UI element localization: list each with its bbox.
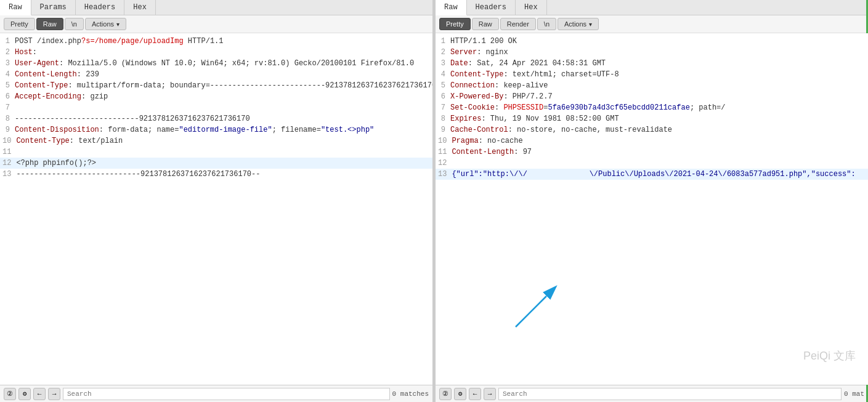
table-row: 13 ----------------------------921378126… [0,169,432,180]
left-newline-btn[interactable]: \n [65,18,84,30]
right-pane: Raw Headers Hex Pretty Raw Render \n Act… [436,0,868,402]
table-row: 12 <?php phpinfo();?> [0,158,432,169]
table-row: 9 Cache-Control: no-store, no-cache, mus… [436,124,868,135]
left-forward-btn[interactable]: → [48,388,60,400]
right-toolbar: Pretty Raw Render \n Actions [436,15,868,33]
right-matches-label: 0 mat [844,390,864,398]
right-tab-headers[interactable]: Headers [467,0,516,15]
table-row: 11 [0,147,432,158]
table-row: 3 User-Agent: Mozilla/5.0 (Windows NT 10… [0,58,432,69]
table-row: 1 POST /index.php?s=/home/page/uploadImg… [0,36,432,47]
left-toolbar: Pretty Raw \n Actions [0,15,432,33]
right-pretty-btn[interactable]: Pretty [439,18,471,30]
table-row: 7 [0,102,432,113]
table-row: 6 Accept-Encoding: gzip [0,91,432,102]
right-search-input[interactable] [498,388,842,400]
left-pretty-btn[interactable]: Pretty [4,18,35,30]
arrow-annotation [509,284,559,336]
table-row: 3 Date: Sat, 24 Apr 2021 04:58:31 GMT [436,58,868,69]
right-raw-btn[interactable]: Raw [472,18,499,30]
left-top-tabs: Raw Params Headers Hex [0,0,432,15]
left-code-area[interactable]: 1 POST /index.php?s=/home/page/uploadImg… [0,33,432,385]
table-row: 9 Content-Disposition: form-data; name="… [0,124,432,135]
left-raw-btn[interactable]: Raw [36,18,63,30]
left-tab-hex[interactable]: Hex [124,0,156,15]
right-top-tabs: Raw Headers Hex [436,0,868,15]
right-code-area[interactable]: 1 HTTP/1.1 200 OK 2 Server: nginx 3 Date… [436,33,868,385]
left-search-input[interactable] [63,388,390,400]
left-tab-params[interactable]: Params [31,0,76,15]
left-tab-raw[interactable]: Raw [0,0,31,15]
left-settings-btn[interactable]: ⚙ [18,388,31,400]
table-row: 8 Expires: Thu, 19 Nov 1981 08:52:00 GMT [436,113,868,124]
left-pane: Raw Params Headers Hex Pretty Raw \n Act… [0,0,433,402]
left-matches-label: 0 matches [392,390,429,398]
watermark: PeiQi 文库 [803,348,856,363]
svg-line-1 [516,296,546,327]
left-actions-btn[interactable]: Actions [85,18,126,30]
table-row: 4 Content-Type: text/html; charset=UTF-8 [436,69,868,80]
table-row: 11 Content-Length: 97 [436,147,868,158]
left-search-bar: ② ⚙ ← → 0 matches [0,385,432,402]
table-row: 1 HTTP/1.1 200 OK [436,36,868,47]
table-row: 10 Content-Type: text/plain [0,135,432,147]
right-search-num-btn[interactable]: ② [439,388,452,400]
right-newline-btn[interactable]: \n [537,18,556,30]
right-tab-hex[interactable]: Hex [516,0,547,15]
left-search-num-btn[interactable]: ② [4,388,16,400]
table-row: 13 {"url":"http:\/\/ \/Public\/Uploads\/… [436,169,868,180]
left-tab-headers[interactable]: Headers [76,0,124,15]
table-row: 12 [436,158,868,169]
right-forward-btn[interactable]: → [484,388,496,400]
right-settings-btn[interactable]: ⚙ [454,388,466,400]
right-search-bar: ② ⚙ ← → 0 mat [436,385,868,402]
table-row: 8 ----------------------------9213781263… [0,113,432,124]
table-row: 5 Connection: keep-alive [436,80,868,91]
table-row: 4 Content-Length: 239 [0,69,432,80]
table-row: 2 Server: nginx [436,47,868,58]
table-row: 5 Content-Type: multipart/form-data; bou… [0,80,432,91]
table-row: 2 Host: [0,47,432,58]
right-actions-btn[interactable]: Actions [558,18,599,30]
table-row: 10 Pragma: no-cache [436,135,868,147]
table-row: 7 Set-Cookie: PHPSESSID=5fa6e930b7a4d3cf… [436,102,868,113]
right-tab-raw[interactable]: Raw [436,0,467,15]
left-back-btn[interactable]: ← [33,388,46,400]
right-render-btn[interactable]: Render [500,18,536,30]
right-back-btn[interactable]: ← [469,388,481,400]
table-row: 6 X-Powered-By: PHP/7.2.7 [436,91,868,102]
